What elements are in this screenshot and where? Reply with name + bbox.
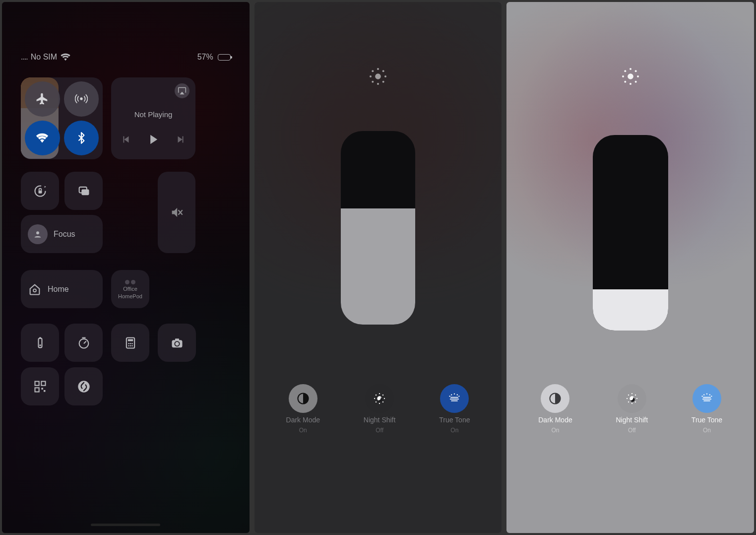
play-button[interactable]	[146, 133, 160, 146]
dark-mode-label: Dark Mode	[286, 416, 320, 424]
night-shift-label: Night Shift	[616, 416, 648, 424]
brightness-fill	[593, 289, 668, 331]
home-label: Home	[48, 285, 69, 294]
night-shift-toggle[interactable]: Night Shift Off	[364, 384, 396, 434]
brightness-slider[interactable]	[341, 131, 415, 325]
camera-button[interactable]	[158, 324, 196, 362]
battery-percent: 57%	[197, 53, 213, 62]
mute-icon	[170, 205, 184, 219]
dark-mode-toggle[interactable]: Dark Mode On	[286, 384, 320, 434]
flashlight-icon	[33, 336, 47, 350]
next-track-button[interactable]	[175, 134, 186, 145]
signal-dots-icon	[21, 53, 28, 62]
bluetooth-toggle[interactable]	[64, 121, 99, 156]
brightness-expanded-dimmed-panel: Dark Mode On Night Shift Off True Tone O…	[254, 2, 502, 533]
true-tone-icon-bg	[693, 384, 721, 413]
calculator-button[interactable]	[111, 324, 149, 362]
flashlight-button[interactable]	[21, 324, 59, 362]
sun-dots-icon	[368, 67, 388, 86]
night-shift-state: Off	[628, 427, 636, 434]
brightness-expanded-panel: Dark Mode On Night Shift Off True Tone O…	[506, 2, 754, 533]
true-tone-icon	[447, 392, 461, 405]
calculator-icon	[124, 336, 137, 350]
true-tone-state: On	[450, 427, 458, 434]
orientation-lock-toggle[interactable]	[21, 172, 59, 210]
dark-mode-icon-bg	[289, 384, 317, 413]
true-tone-icon	[700, 392, 714, 405]
sun-dots-icon	[621, 67, 640, 86]
true-tone-toggle[interactable]: True Tone On	[692, 384, 722, 434]
cellular-data-toggle[interactable]	[64, 81, 99, 117]
wifi-icon	[60, 52, 71, 63]
media-status: Not Playing	[115, 110, 191, 119]
homepod-button[interactable]: Office HomePod	[111, 270, 149, 308]
qr-icon	[33, 380, 47, 394]
night-shift-icon-bg	[618, 384, 646, 413]
homepod-dots-icon	[125, 280, 135, 284]
shazam-button[interactable]	[64, 367, 103, 405]
brightness-fill	[341, 208, 415, 325]
focus-icon-container	[28, 224, 48, 244]
focus-label: Focus	[54, 230, 75, 239]
night-shift-icon	[373, 392, 386, 405]
status-bar: No SIM 57%	[21, 2, 231, 77]
screen-mirroring-button[interactable]	[64, 172, 103, 210]
airplay-button[interactable]	[175, 83, 189, 98]
night-shift-icon-bg	[365, 384, 394, 413]
true-tone-icon-bg	[440, 384, 469, 413]
bluetooth-icon	[75, 132, 88, 144]
camera-icon	[170, 336, 184, 350]
true-tone-state: On	[703, 427, 711, 434]
control-center-panel: No SIM 57% Not Playing	[2, 2, 250, 533]
true-tone-label: True Tone	[692, 416, 722, 424]
true-tone-toggle[interactable]: True Tone On	[439, 384, 470, 434]
true-tone-label: True Tone	[439, 416, 470, 424]
home-indicator[interactable]	[91, 524, 160, 526]
dark-mode-state: On	[551, 427, 559, 434]
dark-mode-label: Dark Mode	[538, 416, 572, 424]
airplane-icon	[36, 92, 49, 105]
home-icon	[28, 282, 42, 296]
brightness-slider[interactable]	[593, 135, 668, 331]
night-shift-state: Off	[376, 427, 383, 434]
dark-mode-icon	[548, 392, 562, 405]
orientation-lock-icon	[33, 184, 47, 198]
media-module[interactable]: Not Playing	[111, 77, 195, 159]
shazam-icon	[77, 380, 91, 394]
night-shift-icon	[625, 392, 639, 405]
timer-button[interactable]	[64, 324, 103, 362]
cellular-icon	[75, 92, 88, 105]
screen-mirroring-icon	[77, 184, 91, 198]
homepod-label-1: Office	[123, 286, 137, 292]
night-shift-toggle[interactable]: Night Shift Off	[616, 384, 648, 434]
prev-track-button[interactable]	[121, 134, 131, 145]
airplane-mode-toggle[interactable]	[25, 81, 60, 117]
focus-button[interactable]: Focus	[21, 215, 103, 253]
dark-mode-toggle[interactable]: Dark Mode On	[538, 384, 572, 434]
airplay-icon	[177, 85, 188, 96]
qr-scanner-button[interactable]	[21, 367, 59, 405]
dark-mode-icon	[296, 392, 310, 405]
wifi-icon	[36, 132, 49, 144]
homepod-label-2: HomePod	[118, 293, 142, 299]
night-shift-label: Night Shift	[364, 416, 396, 424]
home-button[interactable]: Home	[21, 270, 103, 308]
carrier-label: No SIM	[31, 53, 57, 62]
dark-mode-state: On	[299, 427, 307, 434]
wifi-toggle[interactable]	[25, 121, 60, 156]
battery-icon	[218, 54, 231, 61]
volume-slider[interactable]	[158, 172, 195, 253]
dark-mode-icon-bg	[541, 384, 569, 413]
connectivity-module[interactable]	[21, 77, 103, 159]
timer-icon	[77, 336, 91, 350]
person-icon	[32, 229, 43, 240]
